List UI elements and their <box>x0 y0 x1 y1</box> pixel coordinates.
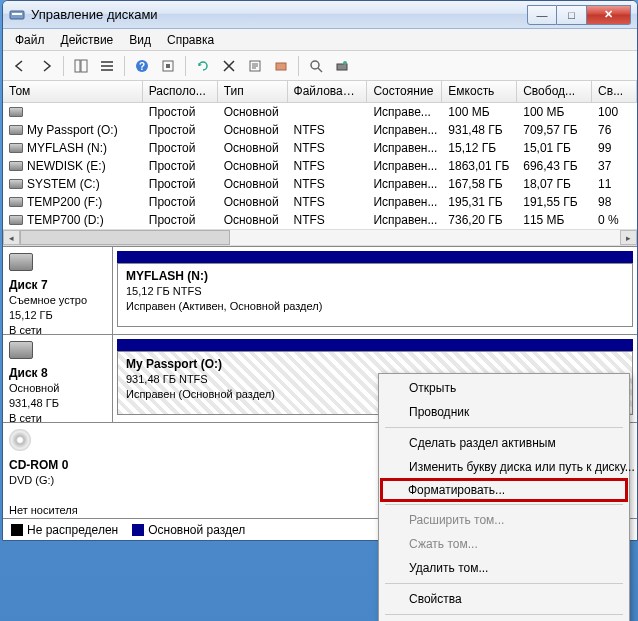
list-view-button[interactable] <box>96 55 118 77</box>
svg-rect-10 <box>166 64 170 68</box>
window-title: Управление дисками <box>31 7 527 22</box>
app-icon <box>9 7 25 23</box>
partition-stripe <box>117 251 633 263</box>
ctx-extend: Расширить том... <box>381 508 627 532</box>
table-row[interactable]: ПростойОсновнойИсправе...100 МБ100 МБ100 <box>3 103 637 121</box>
cell-pct: 37 <box>592 159 637 173</box>
scroll-left-button[interactable]: ◂ <box>3 230 20 245</box>
cell-status: Исправен... <box>367 141 442 155</box>
table-row[interactable]: My Passport (O:)ПростойОсновнойNTFSИспра… <box>3 121 637 139</box>
cell-capacity: 15,12 ГБ <box>442 141 517 155</box>
ctx-change-letter[interactable]: Изменить букву диска или путь к диску... <box>381 455 627 479</box>
ctx-properties[interactable]: Свойства <box>381 587 627 611</box>
cell-type: Основной <box>218 195 288 209</box>
table-row[interactable]: MYFLASH (N:)ПростойОсновнойNTFSИсправен.… <box>3 139 637 157</box>
show-hide-tree-button[interactable] <box>70 55 92 77</box>
col-status[interactable]: Состояние <box>367 81 442 102</box>
disk-settings-icon[interactable] <box>331 55 353 77</box>
close-button[interactable]: ✕ <box>587 5 631 25</box>
svg-rect-3 <box>81 60 87 72</box>
col-filesystem[interactable]: Файловая с... <box>288 81 368 102</box>
menu-view[interactable]: Вид <box>121 31 159 49</box>
col-type[interactable]: Тип <box>218 81 288 102</box>
col-capacity[interactable]: Емкость <box>442 81 517 102</box>
disk-8-info[interactable]: Диск 8 Основной 931,48 ГБ В сети <box>3 335 113 422</box>
cell-status: Исправен... <box>367 213 442 227</box>
volume-icon <box>9 143 23 153</box>
col-volume[interactable]: Том <box>3 81 143 102</box>
refresh-button[interactable] <box>192 55 214 77</box>
cell-volume: NEWDISK (E:) <box>3 159 143 173</box>
volume-icon <box>9 161 23 171</box>
cell-volume <box>3 107 143 117</box>
scroll-right-button[interactable]: ▸ <box>620 230 637 245</box>
maximize-button[interactable]: □ <box>557 5 587 25</box>
help-button[interactable]: ? <box>131 55 153 77</box>
col-layout[interactable]: Располо... <box>143 81 218 102</box>
cell-layout: Простой <box>143 105 218 119</box>
horizontal-scrollbar[interactable]: ◂ ▸ <box>3 229 637 246</box>
menu-help[interactable]: Справка <box>159 31 222 49</box>
cell-capacity: 1863,01 ГБ <box>442 159 517 173</box>
table-row[interactable]: NEWDISK (E:)ПростойОсновнойNTFSИсправен.… <box>3 157 637 175</box>
menu-file[interactable]: Файл <box>7 31 53 49</box>
ctx-explorer[interactable]: Проводник <box>381 400 627 424</box>
action-icon[interactable] <box>270 55 292 77</box>
cell-free: 18,07 ГБ <box>517 177 592 191</box>
cell-fs: NTFS <box>288 123 368 137</box>
menu-action[interactable]: Действие <box>53 31 122 49</box>
col-pct[interactable]: Св... <box>592 81 637 102</box>
scroll-thumb[interactable] <box>20 230 230 245</box>
cell-status: Исправен... <box>367 159 442 173</box>
settings-button[interactable] <box>157 55 179 77</box>
disk-7-info[interactable]: Диск 7 Съемное устро 15,12 ГБ В сети <box>3 247 113 334</box>
partition-stripe <box>117 339 633 351</box>
back-button[interactable] <box>9 55 31 77</box>
col-free[interactable]: Свобод... <box>517 81 592 102</box>
table-row[interactable]: TEMP200 (F:)ПростойОсновнойNTFSИсправен.… <box>3 193 637 211</box>
ctx-open[interactable]: Открыть <box>381 376 627 400</box>
cell-status: Исправен... <box>367 123 442 137</box>
cell-capacity: 931,48 ГБ <box>442 123 517 137</box>
cell-volume: SYSTEM (C:) <box>3 177 143 191</box>
cell-type: Основной <box>218 213 288 227</box>
cdrom-status: Нет носителя <box>9 504 78 516</box>
volume-icon <box>9 179 23 189</box>
forward-button[interactable] <box>35 55 57 77</box>
menubar: Файл Действие Вид Справка <box>3 29 637 51</box>
table-row[interactable]: TEMP700 (D:)ПростойОсновнойNTFSИсправен.… <box>3 211 637 229</box>
toolbar-separator <box>63 56 64 76</box>
cell-type: Основной <box>218 177 288 191</box>
minimize-button[interactable]: — <box>527 5 557 25</box>
cell-capacity: 100 МБ <box>442 105 517 119</box>
svg-rect-5 <box>101 65 113 67</box>
rescan-icon[interactable] <box>305 55 327 77</box>
cdrom-drive: DVD (G:) <box>9 474 54 486</box>
scroll-track[interactable] <box>20 230 620 245</box>
properties-button[interactable] <box>244 55 266 77</box>
ctx-format[interactable]: Форматировать... <box>380 478 628 502</box>
cd-icon <box>9 429 31 451</box>
cell-free: 696,43 ГБ <box>517 159 592 173</box>
ctx-delete[interactable]: Удалить том... <box>381 556 627 580</box>
delete-icon[interactable] <box>218 55 240 77</box>
disk-icon <box>9 253 33 271</box>
disk-icon <box>9 341 33 359</box>
cell-type: Основной <box>218 123 288 137</box>
cell-type: Основной <box>218 141 288 155</box>
toolbar-separator <box>298 56 299 76</box>
titlebar[interactable]: Управление дисками — □ ✕ <box>3 1 637 29</box>
ctx-make-active[interactable]: Сделать раздел активным <box>381 431 627 455</box>
cell-pct: 76 <box>592 123 637 137</box>
table-row[interactable]: SYSTEM (C:)ПростойОсновнойNTFSИсправен..… <box>3 175 637 193</box>
column-headers: Том Располо... Тип Файловая с... Состоян… <box>3 81 637 103</box>
cell-pct: 11 <box>592 177 637 191</box>
partition-myflash[interactable]: MYFLASH (N:) 15,12 ГБ NTFS Исправен (Акт… <box>117 263 633 327</box>
disk-7-type: Съемное устро <box>9 294 87 306</box>
svg-rect-1 <box>12 13 22 15</box>
cell-layout: Простой <box>143 195 218 209</box>
ctx-separator <box>385 504 623 505</box>
cell-fs: NTFS <box>288 141 368 155</box>
cell-fs: NTFS <box>288 177 368 191</box>
cell-free: 191,55 ГБ <box>517 195 592 209</box>
